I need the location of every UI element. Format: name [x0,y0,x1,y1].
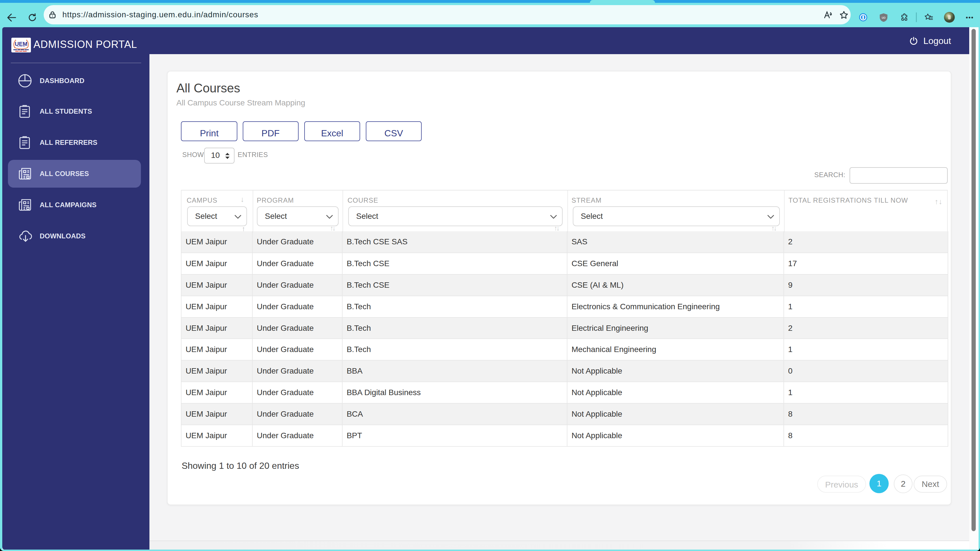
svg-text:UEM: UEM [15,41,27,47]
svg-text:uo: uo [881,16,886,19]
